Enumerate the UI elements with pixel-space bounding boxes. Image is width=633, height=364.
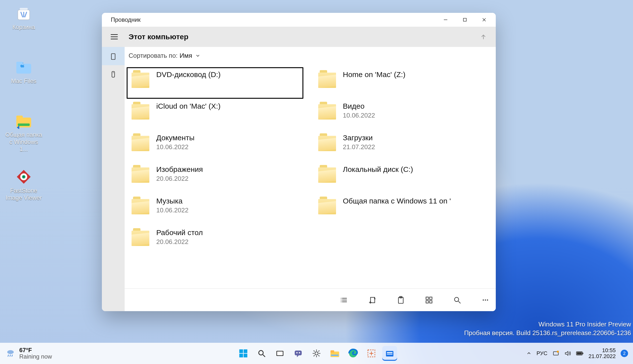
- svg-rect-13: [463, 18, 466, 21]
- taskbar-chat[interactable]: [291, 346, 306, 361]
- folder-icon: [318, 133, 336, 151]
- more-button[interactable]: [480, 294, 491, 306]
- folder-item[interactable]: Локальный диск (C:): [313, 162, 490, 194]
- folder-icon: [132, 228, 149, 246]
- sort-prefix: Сортировать по:: [129, 52, 177, 60]
- desktop-icon-share[interactable]: Общая папка с Windows 1...: [5, 112, 43, 152]
- item-name: Изображения: [156, 165, 203, 174]
- breadcrumb-bar: Этот компьютер: [102, 27, 496, 47]
- notifications-badge[interactable]: 2: [621, 350, 628, 357]
- nav-tab-drives[interactable]: [102, 65, 125, 84]
- close-button[interactable]: [475, 13, 494, 27]
- svg-point-34: [485, 299, 486, 300]
- svg-rect-6: [18, 124, 30, 126]
- sort-bar[interactable]: Сортировать по: Имя: [125, 47, 496, 64]
- desktop-icon-macfiles[interactable]: Mac Files: [5, 58, 43, 85]
- svg-rect-48: [295, 350, 302, 355]
- input-language[interactable]: РУС: [537, 350, 547, 356]
- watermark-line1: Windows 11 Pro Insider Preview: [464, 320, 631, 329]
- folder-item[interactable]: Загрузки21.07.2022: [313, 130, 490, 162]
- up-button[interactable]: [478, 31, 489, 42]
- volume-icon[interactable]: [564, 350, 571, 357]
- taskbar-snip[interactable]: [364, 346, 379, 361]
- breadcrumb[interactable]: Этот компьютер: [129, 32, 188, 41]
- taskbar-explorer-classic[interactable]: [327, 346, 342, 361]
- item-date: 21.07.2022: [343, 143, 375, 151]
- folder-item[interactable]: Музыка10.06.2022: [127, 194, 303, 225]
- svg-rect-41: [244, 350, 247, 353]
- taskbar-settings[interactable]: [309, 346, 324, 361]
- chevron-down-icon: [195, 53, 200, 58]
- folder-item[interactable]: Изображения20.06.2022: [127, 162, 303, 194]
- item-grid: DVD-дисковод (D:)Home on 'Mac' (Z:)iClou…: [125, 64, 496, 288]
- folder-item[interactable]: DVD-дисковод (D:): [127, 67, 303, 99]
- tray-chevron-icon[interactable]: [526, 351, 532, 356]
- explorer-window: Проводник Этот компьютер Сортироват: [102, 13, 496, 311]
- taskbar: 67°F Raining now РУС 10:55 21.07.2022 2: [0, 343, 633, 364]
- desktop-icon-recycle[interactable]: Корзина: [5, 4, 43, 31]
- svg-rect-40: [239, 350, 243, 353]
- svg-point-36: [7, 350, 14, 354]
- titlebar[interactable]: Проводник: [102, 13, 496, 27]
- folder-item[interactable]: Общая папка с Windows 11 on ': [313, 194, 490, 225]
- svg-point-11: [23, 176, 25, 178]
- item-name: Музыка: [156, 196, 188, 206]
- view-list-button[interactable]: [339, 294, 350, 306]
- svg-rect-22: [371, 297, 375, 303]
- folder-item[interactable]: Видео10.06.2022: [313, 99, 490, 130]
- nav-tab-devices[interactable]: [102, 47, 125, 65]
- mac-folder-icon: [15, 58, 33, 76]
- taskbar-edge[interactable]: [346, 346, 360, 361]
- svg-line-38: [10, 354, 11, 356]
- svg-line-39: [12, 354, 13, 356]
- svg-point-49: [296, 352, 297, 354]
- updates-icon[interactable]: [552, 350, 559, 357]
- folder-icon: [132, 133, 149, 151]
- watermark: Windows 11 Pro Insider Preview Пробная в…: [464, 320, 631, 337]
- view-tiles-button[interactable]: [424, 294, 435, 306]
- item-date: 20.06.2022: [156, 238, 203, 246]
- folder-item[interactable]: Home on 'Mac' (Z:): [313, 67, 490, 99]
- svg-rect-69: [387, 352, 393, 353]
- maximize-button[interactable]: [455, 13, 475, 27]
- taskbar-taskview[interactable]: [273, 346, 287, 361]
- folder-icon: [318, 70, 336, 88]
- item-date: 10.06.2022: [156, 143, 194, 151]
- svg-rect-5: [16, 116, 23, 118]
- taskbar-search[interactable]: [254, 346, 269, 361]
- svg-rect-28: [430, 297, 432, 299]
- system-tray: РУС 10:55 21.07.2022 2: [526, 348, 633, 359]
- svg-rect-62: [331, 350, 334, 353]
- folder-icon: [318, 165, 336, 183]
- folder-item[interactable]: Рабочий стол20.06.2022: [127, 225, 303, 257]
- minimize-button[interactable]: [436, 13, 455, 27]
- battery-icon[interactable]: [576, 351, 583, 356]
- taskbar-clock[interactable]: 10:55 21.07.2022: [588, 348, 616, 359]
- desktop-icon-label: Общая папка с Windows 1...: [5, 132, 43, 152]
- taskbar-explorer-app[interactable]: [382, 346, 397, 361]
- search-button[interactable]: [452, 294, 463, 306]
- svg-rect-63: [331, 354, 338, 356]
- desktop-icon-faststone[interactable]: FastStone Image Viewer: [5, 168, 43, 202]
- taskbar-weather[interactable]: 67°F Raining now: [0, 347, 104, 360]
- item-name: Видео: [343, 102, 375, 111]
- folder-icon: [318, 102, 336, 120]
- weather-temp: 67°F: [19, 347, 52, 354]
- folder-item[interactable]: Документы10.06.2022: [127, 130, 303, 162]
- new-button[interactable]: [367, 294, 378, 306]
- svg-rect-47: [277, 352, 283, 355]
- svg-point-33: [483, 299, 484, 300]
- hamburger-button[interactable]: [109, 31, 120, 42]
- svg-point-52: [315, 352, 318, 355]
- start-button[interactable]: [236, 346, 251, 361]
- bottom-toolbar: [125, 288, 496, 311]
- svg-rect-19: [112, 54, 115, 60]
- svg-marker-51: [297, 355, 299, 357]
- sort-key: Имя: [179, 52, 192, 60]
- svg-line-37: [8, 354, 9, 356]
- item-name: Документы: [156, 133, 194, 142]
- svg-point-50: [299, 352, 300, 354]
- item-name: Общая папка с Windows 11 on ': [343, 196, 451, 206]
- folder-item[interactable]: iCloud on 'Mac' (X:): [127, 99, 303, 130]
- paste-button[interactable]: [395, 294, 406, 306]
